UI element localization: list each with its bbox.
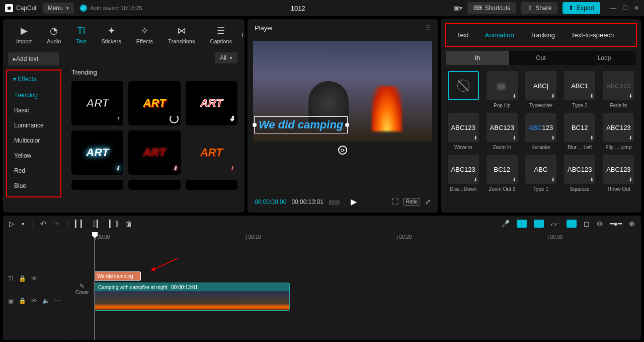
sub-item-basic[interactable]: Basic [9,103,58,118]
animation-cell[interactable]: BC12⬇Blur ... Left [562,113,597,151]
tab-animation[interactable]: Animation [478,27,521,43]
animation-thumb[interactable]: ABC|⬇ [525,71,556,100]
select-dropdown-icon[interactable]: ▾ [22,221,24,227]
export-button[interactable]: ⬆ Export [562,2,600,14]
animation-thumb[interactable]: ABC1⬇ [564,71,595,100]
animation-cell[interactable]: ABC|⬇Typewriter [523,71,558,109]
tab-stickers[interactable]: ✦Stickers [95,23,128,46]
tab-captions[interactable]: ☰Captions [203,23,238,46]
close-icon[interactable]: ✕ [634,5,639,12]
all-filter-button[interactable]: All [215,52,237,63]
sub-item-blue[interactable]: Blue [9,178,58,193]
tab-effects[interactable]: ✧Effects [129,23,160,46]
play-button[interactable]: ▶ [351,197,357,207]
link-icon[interactable]: ⌐⌐ [551,220,559,228]
animation-thumb[interactable]: ABC123⬇ [525,113,556,142]
lock-icon[interactable]: 🔒 [19,275,26,282]
rotate-handle-icon[interactable]: ⟳ [338,146,347,155]
track-tool-2[interactable] [534,220,544,228]
zoom-out-icon[interactable]: ⊖ [597,220,603,228]
track-tool-1[interactable] [517,220,527,228]
tracks-area[interactable]: ✎ Cover | 00:00| 00:10| 00:20| 00:30 We … [69,232,641,340]
delete-left-icon[interactable]: ⟦▎ [93,220,102,228]
delete-right-icon[interactable]: ▎⟧ [109,220,118,228]
tab-tracking[interactable]: Tracking [523,27,562,43]
text-clip[interactable]: We did camping [95,271,141,281]
text-overlay[interactable]: We did camping [259,118,343,131]
split-icon[interactable]: ▎▎ [75,220,86,228]
text-effect-thumb[interactable]: ART⬇ [128,130,180,175]
mute-icon[interactable]: 🔈 [42,297,50,304]
animation-cell[interactable]: ABC123⬇Squeeze [562,155,597,192]
add-text-button[interactable]: ▸ Add text [8,52,59,65]
animation-thumb[interactable]: ABC123⬇ [564,155,595,184]
animation-cell[interactable]: ABC123⬇Flip ... jump [601,113,636,151]
mode-tab-in[interactable]: In [446,51,509,65]
text-overlay-bbox[interactable]: We did camping [254,116,348,133]
track-tool-3[interactable] [567,220,577,228]
text-effect-thumb[interactable]: ART⬇ [186,81,237,125]
menu-button[interactable]: Menu [43,3,74,14]
player-menu-icon[interactable]: ☰ [425,25,431,32]
tab-tts[interactable]: Text-to-speech [564,27,621,43]
tab-filters[interactable]: F [240,30,245,40]
animation-cell[interactable]: ABC123⬇Zoom In [485,113,519,151]
text-effect-thumb[interactable]: ART⬇ [186,130,237,175]
fullscreen-icon[interactable]: ⤢ [425,198,431,206]
sub-item-red[interactable]: Red [9,163,58,178]
zoom-in-icon[interactable]: ⊕ [629,220,635,228]
crop-icon[interactable]: ◻ [584,220,590,228]
tab-text-inspector[interactable]: Text [450,27,476,43]
layout-icon[interactable]: ▣▾ [454,5,462,12]
minimize-icon[interactable]: — [610,5,616,12]
more-icon[interactable]: ⋯ [55,297,61,304]
project-title[interactable]: 1012 [148,5,448,12]
animation-thumb[interactable]: ABC⬇ [525,155,556,184]
effects-header[interactable]: ▾ Effects [9,74,58,85]
sub-item-luminance[interactable]: Luminance [9,118,58,133]
shortcuts-button[interactable]: ⌨ Shortcuts [467,2,517,14]
select-tool-icon[interactable]: ▷ [9,220,15,228]
video-clip[interactable]: Camping with campfire at night 00:00:13:… [95,283,290,311]
animation-cell[interactable]: ABC123⬇Throw Out [601,155,636,192]
zoom-slider[interactable]: ━●━ [610,220,622,228]
animation-cell[interactable]: BC12⬇Zoom Out 2 [485,155,519,192]
tab-import[interactable]: ▶Import [9,23,39,46]
animation-thumb[interactable]: BC12⬇ [564,113,595,142]
mic-icon[interactable]: 🎤 [501,220,510,228]
playhead[interactable] [95,232,95,340]
share-button[interactable]: ⇪ Share [521,2,557,14]
animation-thumb[interactable]: ABC123⬇ [603,113,634,142]
animation-thumb[interactable]: |||⬇ [487,71,518,100]
tab-audio[interactable]: ◔Audio [40,23,68,46]
sub-item-trending[interactable]: Trending [9,88,58,103]
animation-thumb[interactable]: ABC123⬇ [603,71,634,100]
text-effect-thumb[interactable] [71,180,123,190]
maximize-icon[interactable]: ☐ [622,5,628,12]
animation-cell[interactable]: |||⬇Pop Up [485,71,519,109]
animation-cell[interactable] [446,71,480,109]
scale-icon[interactable]: ⛶ [392,198,398,206]
text-effect-thumb[interactable] [186,180,237,190]
tab-text[interactable]: TIText [69,24,93,46]
preview-area[interactable]: We did camping ⟳ [248,37,438,197]
sub-item-multicolor[interactable]: Multicolor [9,133,58,148]
animation-cell[interactable]: ABC123⬇Karaoke [523,113,558,151]
animation-thumb[interactable] [448,71,479,100]
ratio-button[interactable]: Ratio [404,198,420,206]
animation-cell[interactable]: ABC⬇Type 1 [523,155,558,192]
text-effect-thumb[interactable]: ART [128,81,180,125]
undo-icon[interactable]: ↶ [40,220,46,228]
mode-tab-out[interactable]: Out [509,51,573,65]
lock-icon[interactable]: 🔒 [19,297,26,304]
mode-tab-loop[interactable]: Loop [573,51,636,65]
animation-thumb[interactable]: BC12⬇ [487,155,518,184]
compare-icon[interactable]: ▤▤ [329,198,340,206]
visibility-icon[interactable]: 👁 [31,275,37,282]
visibility-icon[interactable]: 👁 [31,297,37,304]
text-effect-thumb[interactable]: ART⬇ [71,81,123,125]
animation-thumb[interactable]: ABC123⬇ [487,113,518,142]
timeline-ruler[interactable]: | 00:00| 00:10| 00:20| 00:30 [69,232,641,245]
text-effect-thumb[interactable]: ART⬇ [71,130,123,175]
cover-button[interactable]: ✎ Cover [75,283,94,295]
